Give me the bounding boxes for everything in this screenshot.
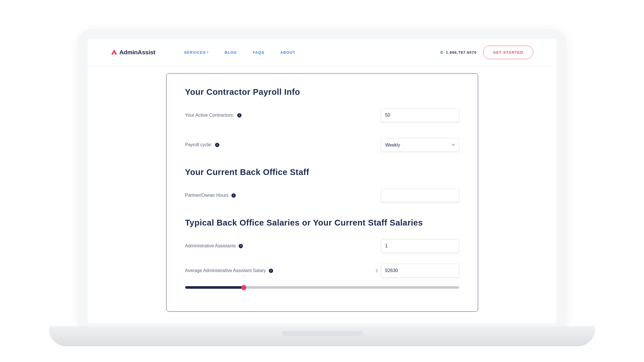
section-title-backoffice: Your Current Back Office Staff [185,167,459,177]
info-icon[interactable]: i [231,193,236,198]
laptop-notch [282,331,362,336]
nav-services[interactable]: SERVICES ▾ [184,50,209,55]
app-screen: AdminAssist SERVICES ▾ BLOG FAQS ABOUT ✆… [88,39,556,323]
payroll-cycle-select[interactable]: Weekly [381,138,459,152]
section-title-payroll: Your Contractor Payroll Info [185,87,459,97]
admin-assistants-input[interactable] [381,239,459,253]
info-icon[interactable]: i [237,113,241,118]
info-icon[interactable]: i [239,244,243,248]
nav-blog[interactable]: BLOG [225,50,237,55]
phone-icon: ✆ [440,50,444,55]
nav-faqs[interactable]: FAQS [253,50,264,55]
phone-link[interactable]: ✆ 1.866.787.6570 [440,50,477,55]
label-admin-assistants: Administrative Assistants i [185,243,243,249]
partner-hours-input[interactable] [381,188,459,202]
laptop-frame: AdminAssist SERVICES ▾ BLOG FAQS ABOUT ✆… [78,29,566,333]
avg-salary-input[interactable] [381,264,459,278]
salary-slider[interactable] [185,286,459,289]
brand-logo-text: AdminAssist [119,49,155,56]
active-contractors-input[interactable] [381,108,459,122]
header-right: ✆ 1.866.787.6570 GET STARTED [440,46,533,59]
chevron-down-icon: ▾ [207,51,209,54]
avg-salary-input-wrap: $ [376,264,459,278]
slider-fill [185,286,244,289]
main-nav: SERVICES ▾ BLOG FAQS ABOUT [184,50,295,55]
label-active-contractors: Your Active Contractors: i [185,113,241,118]
brand-logo-icon [111,49,118,56]
nav-services-label: SERVICES [184,50,206,55]
row-active-contractors: Your Active Contractors: i [185,108,459,122]
slider-thumb[interactable] [241,285,246,290]
row-avg-salary: Average Administrative Assistant Salary … [185,264,459,278]
phone-number: 1.866.787.6570 [446,50,477,55]
content-area: Your Contractor Payroll Info Your Active… [88,66,556,312]
label-payroll-cycle: Payroll cycle: i [185,142,219,147]
get-started-button[interactable]: GET STARTED [483,46,533,59]
calculator-form-card: Your Contractor Payroll Info Your Active… [166,73,478,312]
laptop-base [49,326,595,346]
brand-logo[interactable]: AdminAssist [111,49,155,56]
section-title-salaries: Typical Back Office Salaries or Your Cur… [185,218,459,228]
label-avg-salary: Average Administrative Assistant Salary … [185,268,273,273]
site-header: AdminAssist SERVICES ▾ BLOG FAQS ABOUT ✆… [88,39,556,66]
row-payroll-cycle: Payroll cycle: i Weekly [185,138,459,152]
row-partner-hours: Partner/Owner Hours i [185,188,459,202]
currency-symbol: $ [376,268,378,273]
nav-about[interactable]: ABOUT [280,50,296,55]
row-admin-assistants: Administrative Assistants i [185,239,459,253]
info-icon[interactable]: i [215,143,219,147]
info-icon[interactable]: i [269,269,273,273]
label-partner-hours: Partner/Owner Hours i [185,193,236,198]
